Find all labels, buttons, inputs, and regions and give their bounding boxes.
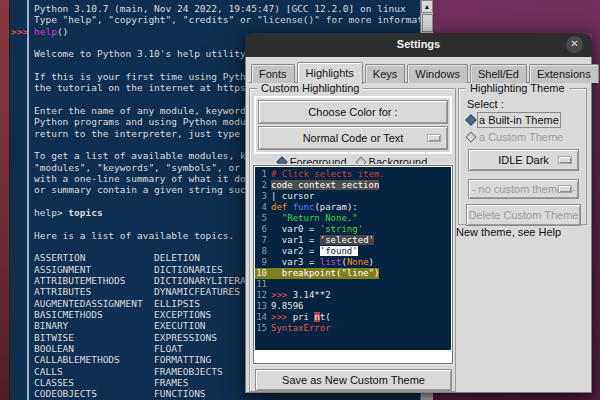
scrollbar-thumb[interactable] — [422, 14, 433, 32]
highlight-target-value: Normal Code or Text — [303, 132, 404, 144]
save-custom-theme-button[interactable]: Save as New Custom Theme — [255, 369, 452, 391]
desktop: >>> Python 3.10.7 (main, Nov 24 2022, 19… — [0, 0, 600, 400]
custom-theme-label: a Custom Theme — [479, 131, 563, 143]
choose-color-button[interactable]: Choose Color for : — [258, 100, 448, 124]
desktop-edge-stripe — [0, 0, 9, 400]
radio-on-icon — [465, 114, 476, 125]
custom-highlighting-frame: Custom Highlighting Choose Color for : N… — [249, 88, 456, 392]
code-line: 7 var1 = 'selected' — [255, 235, 451, 246]
code-line: 8 var2 = 'found' — [255, 246, 451, 257]
dropdown-indicator-icon — [559, 157, 571, 163]
code-line: 139.8596 — [255, 301, 451, 312]
line-number: 12 — [255, 290, 271, 301]
code-line: 5 "Return None." — [255, 213, 451, 224]
tab-extensions[interactable]: Extensions — [529, 64, 599, 83]
builtin-theme-radio[interactable]: a Built-in Theme — [467, 114, 559, 126]
line-number: 11 — [255, 279, 271, 290]
code-line: Type "help", "copyright", "credits" or "… — [34, 14, 429, 25]
code-line: 9 var3 = list(None) — [255, 257, 451, 268]
tab-highlights[interactable]: Highlights — [297, 62, 363, 84]
line-number: 2 — [255, 180, 271, 191]
code-line: 4def func(param): — [255, 202, 451, 213]
settings-dialog: Settings ✕ Fonts Highlights Keys Windows… — [245, 33, 592, 393]
code-line: 3| cursor — [255, 191, 451, 202]
line-number: 13 — [255, 301, 271, 312]
code-line: 10 breakpoint("line") — [255, 268, 379, 279]
dropdown-indicator-icon — [428, 135, 440, 141]
dialog-titlebar[interactable]: Settings ✕ — [245, 33, 592, 57]
code-line: 1# Click selects item. — [255, 169, 451, 180]
code-line: Python 3.10.7 (main, Nov 24 2022, 19:45:… — [34, 3, 429, 14]
line-number: 9 — [255, 257, 271, 268]
code-line: 6 var0 = 'string' — [255, 224, 451, 235]
radio-off-icon — [465, 131, 476, 142]
tab-keys[interactable]: Keys — [365, 64, 405, 83]
line-number: 15 — [255, 323, 271, 334]
line-number: 5 — [255, 213, 271, 224]
line-number: 6 — [255, 224, 271, 235]
code-line: 15SyntaxError — [255, 323, 451, 334]
dialog-body: Fonts Highlights Keys Windows Shell/Ed E… — [245, 57, 592, 393]
custom-theme-radio[interactable]: a Custom Theme — [467, 131, 563, 143]
code-line: 2code context section — [255, 180, 451, 191]
shell-prompt: >>> — [11, 26, 28, 37]
tab-bar: Fonts Highlights Keys Windows Shell/Ed E… — [251, 61, 600, 83]
highlight-target-dropdown[interactable]: Normal Code or Text — [258, 126, 448, 150]
tab-windows[interactable]: Windows — [407, 64, 468, 83]
line-number: 1 — [255, 169, 271, 180]
builtin-theme-value: IDLE Dark — [498, 154, 549, 166]
shell-prompt-gutter: >>> — [10, 0, 29, 400]
delete-custom-theme-button[interactable]: Delete Custom Theme — [466, 204, 581, 226]
line-number: 7 — [255, 235, 271, 246]
highlight-sample-code[interactable]: 1# Click selects item.2code context sect… — [255, 167, 451, 350]
line-number: 14 — [255, 312, 271, 323]
select-label: Select : — [467, 98, 504, 110]
highlight-sample-box: 1# Click selects item.2code context sect… — [253, 165, 453, 364]
line-number: 10 — [255, 268, 271, 279]
line-number: 3 — [255, 191, 271, 202]
line-number: 4 — [255, 202, 271, 213]
color-selector-frame: Choose Color for : Normal Code or Text — [254, 96, 452, 154]
dropdown-indicator-icon — [559, 186, 571, 192]
dialog-title: Settings — [245, 38, 592, 50]
line-number: 8 — [255, 246, 271, 257]
code-line: 11 — [255, 279, 451, 290]
code-line: 14>>> pri nt( — [255, 312, 451, 323]
tab-shell-ed[interactable]: Shell/Ed — [470, 64, 527, 83]
new-theme-help-note: New theme, see Help — [456, 226, 561, 238]
builtin-theme-label: a Built-in Theme — [479, 114, 559, 126]
builtin-theme-dropdown[interactable]: IDLE Dark — [468, 149, 579, 171]
tab-fonts[interactable]: Fonts — [251, 64, 295, 83]
scroll-up-arrow-icon[interactable]: ▲ — [421, 0, 433, 13]
highlighting-theme-frame: Highlighting Theme Select : a Built-in T… — [458, 88, 587, 225]
code-line: 12>>> 3.14**2 — [255, 290, 451, 301]
close-icon[interactable]: ✕ — [566, 36, 583, 53]
custom-theme-dropdown[interactable]: - no custom themes - — [468, 179, 579, 199]
highlighting-theme-legend: Highlighting Theme — [466, 82, 569, 94]
